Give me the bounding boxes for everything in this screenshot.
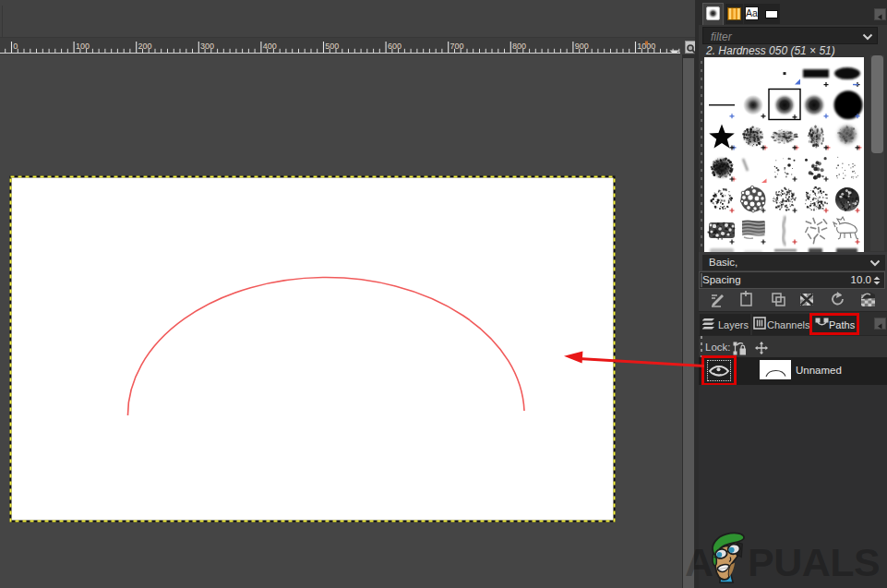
svg-text:0: 0: [13, 42, 18, 51]
svg-text:300: 300: [200, 42, 214, 51]
svg-text:200: 200: [138, 42, 152, 51]
svg-text:700: 700: [450, 42, 464, 51]
svg-text:100: 100: [76, 42, 90, 51]
svg-text:400: 400: [263, 42, 277, 51]
svg-text:900: 900: [575, 42, 589, 51]
svg-text:800: 800: [512, 42, 526, 51]
svg-text:500: 500: [325, 42, 339, 51]
svg-text:600: 600: [388, 42, 402, 51]
